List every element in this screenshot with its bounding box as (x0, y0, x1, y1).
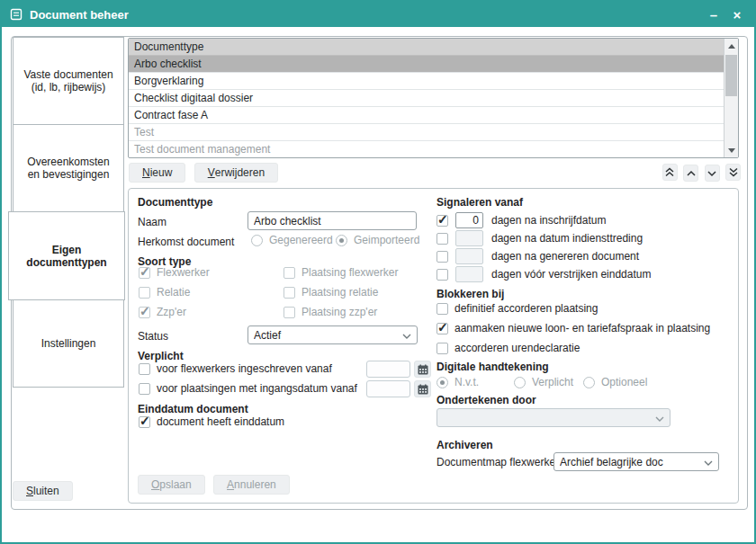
section-documenttype: Documenttype (138, 196, 212, 209)
move-top-button[interactable] (662, 164, 678, 181)
checkbox-verplicht-plaatsingen[interactable]: voor plaatsingen met ingangsdatum vanaf (139, 382, 357, 395)
checkbox-box[interactable] (436, 215, 448, 227)
chevron-down-icon (402, 329, 411, 342)
list-item[interactable]: Arbo checklist (129, 56, 738, 73)
checkbox-label: document heeft einddatum (157, 415, 284, 428)
checkbox-document-einddatum[interactable]: document heeft einddatum (139, 415, 284, 428)
list-item[interactable]: Test document management (129, 141, 738, 158)
status-label: Status (138, 330, 168, 343)
scroll-down-icon[interactable] (724, 144, 738, 156)
button-label: erwijderen (215, 166, 265, 179)
window-title: Document beheer (30, 8, 702, 22)
move-down-button[interactable] (705, 165, 720, 182)
radio-label: Verplicht (532, 376, 573, 388)
list-item[interactable]: Test (129, 124, 738, 141)
button-label: S (26, 485, 33, 497)
checkbox-box[interactable] (436, 233, 448, 245)
radio-circle[interactable] (436, 377, 448, 388)
dagen-indiensttreding-input[interactable] (455, 230, 483, 246)
tab-eigen-documenttypen[interactable]: Eigen documenttypen (8, 211, 125, 300)
ondertekenen-select[interactable] (436, 408, 670, 427)
move-up-button[interactable] (683, 165, 698, 182)
button-label: V (208, 166, 215, 179)
radio-circle[interactable] (251, 235, 263, 246)
radio-gegenereerd[interactable]: Gegenereerd (251, 234, 333, 246)
tab-instellingen[interactable]: Instellingen (13, 299, 124, 388)
tab-overeenkomsten[interactable]: Overeenkomsten en bevestigingen (13, 124, 124, 212)
radio-circle[interactable] (583, 377, 595, 388)
dagen-verstrijken-input[interactable] (455, 266, 483, 282)
verwijderen-button[interactable]: Verwijderen (194, 163, 278, 183)
tab-label: Eigen documenttypen (16, 244, 117, 269)
checkbox-box[interactable] (139, 287, 150, 299)
documentmap-label: Documentmap flexwerker (436, 456, 559, 468)
checkbox-box[interactable] (284, 307, 295, 318)
opslaan-button[interactable]: Opslaan (138, 475, 205, 495)
checkbox-box[interactable] (139, 383, 150, 395)
scrollbar-thumb[interactable] (725, 55, 737, 96)
dagen-genereren-input[interactable] (455, 248, 483, 264)
tab-vaste-documenten[interactable]: Vaste documenten (id, lb, rijbewijs) (13, 37, 124, 125)
row-label: dagen vóór verstrijken einddatum (491, 268, 651, 281)
checkbox-verplicht-flexwerkers[interactable]: voor flexwerkers ingeschreven vanaf (139, 362, 332, 375)
list-scrollbar[interactable] (724, 39, 738, 157)
radio-circle[interactable] (336, 235, 347, 246)
documentmap-select[interactable]: Archief belagrijke doc (554, 452, 719, 471)
checkbox-zzper[interactable]: Zzp'er (139, 306, 186, 318)
checkbox-box[interactable] (436, 323, 448, 334)
radio-optioneel[interactable]: Optioneel (583, 376, 647, 388)
list-header: Documenttype (129, 39, 738, 56)
radio-circle[interactable] (514, 377, 526, 388)
tab-label: Instellingen (41, 337, 96, 350)
checkbox-box[interactable] (436, 269, 448, 281)
checkbox-box[interactable] (284, 287, 295, 299)
nieuw-button[interactable]: Nieuw (129, 163, 185, 183)
ondertekenen-label: Ondertekenen door (436, 394, 536, 406)
checkbox-box[interactable] (436, 343, 448, 354)
checkbox-relatie[interactable]: Relatie (139, 286, 190, 299)
checkbox-box[interactable] (139, 363, 150, 375)
close-button[interactable]: × (725, 4, 749, 25)
row-label: dagen na genereren document (491, 250, 639, 263)
status-select[interactable]: Actief (248, 326, 418, 344)
button-label: ieuw (150, 166, 173, 179)
radio-geimporteerd[interactable]: Geimporteerd (336, 234, 419, 246)
checkbox-box[interactable] (284, 267, 295, 279)
calendar-icon[interactable] (414, 361, 431, 378)
checkbox-aanmaken-loon-tariefafspraak[interactable]: aanmaken nieuwe loon- en tariefafspraak … (436, 322, 710, 334)
checkbox-label: definitief accorderen plaatsing (454, 302, 598, 315)
checkbox-box[interactable] (436, 303, 448, 315)
blokkeren-label: Blokkeren bij (436, 288, 504, 300)
date-flexwerkers-vanaf[interactable] (366, 361, 410, 378)
checkbox-label: Zzp'er (157, 306, 186, 318)
list-item[interactable]: Checklist digitaal dossier (129, 90, 738, 107)
annuleren-button[interactable]: Annuleren (213, 475, 290, 495)
naam-input[interactable] (248, 211, 417, 230)
checkbox-accorderen-urendeclaratie[interactable]: accorderen urendeclaratie (436, 342, 580, 354)
move-bottom-button[interactable] (725, 164, 741, 181)
checkbox-box[interactable] (139, 416, 150, 428)
sluiten-button[interactable]: Sluiten (13, 481, 73, 501)
button-label: pslaan (159, 478, 191, 491)
checkbox-box[interactable] (436, 251, 448, 263)
minimize-button[interactable]: – (702, 4, 725, 25)
list-item[interactable]: Contract fase A (129, 107, 738, 124)
radio-label: Geimporteerd (354, 234, 419, 246)
date-plaatsingen-vanaf[interactable] (366, 380, 410, 397)
radio-nvt[interactable]: N.v.t. (436, 376, 479, 388)
checkbox-box[interactable] (139, 307, 150, 318)
list-item[interactable]: Borgverklaring (129, 73, 738, 90)
checkbox-flexwerker[interactable]: Flexwerker (139, 266, 210, 279)
dagen-inschrijfdatum-input[interactable] (455, 212, 483, 228)
checkbox-plaatsing-flexwerker[interactable]: Plaatsing flexwerker (284, 266, 398, 279)
checkbox-definitief-accorderen[interactable]: definitief accorderen plaatsing (436, 302, 598, 315)
radio-verplicht[interactable]: Verplicht (514, 376, 573, 388)
checkbox-box[interactable] (139, 267, 150, 279)
scroll-up-icon[interactable] (724, 40, 738, 52)
checkbox-label: Plaatsing zzp'er (302, 306, 377, 318)
calendar-icon[interactable] (414, 380, 431, 397)
document-icon (10, 8, 22, 21)
checkbox-plaatsing-zzper[interactable]: Plaatsing zzp'er (284, 306, 377, 318)
archiveren-label: Archiveren (436, 439, 493, 451)
checkbox-plaatsing-relatie[interactable]: Plaatsing relatie (284, 286, 378, 299)
